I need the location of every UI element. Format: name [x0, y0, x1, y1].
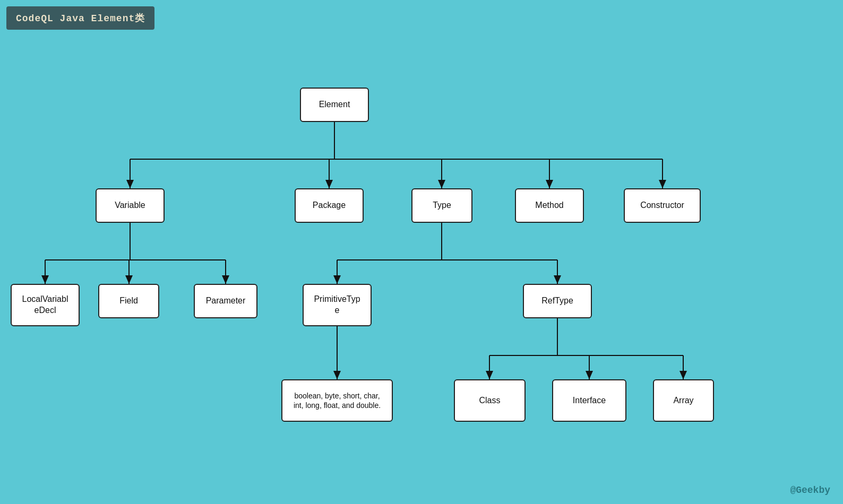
node-local-variable-decl: LocalVariabl eDecl — [11, 284, 80, 326]
node-array: Array — [653, 379, 714, 422]
node-type: Type — [411, 188, 472, 223]
tree-diagram: Element Variable Package Type Method Con… — [0, 0, 843, 504]
node-field: Field — [98, 284, 159, 318]
connector-lines — [0, 0, 843, 504]
node-class: Class — [454, 379, 526, 422]
node-variable: Variable — [96, 188, 165, 223]
node-parameter: Parameter — [194, 284, 257, 318]
node-primitive-type: PrimitiveTyp e — [303, 284, 372, 326]
watermark: @Geekby — [790, 485, 830, 496]
node-constructor: Constructor — [624, 188, 701, 223]
node-method: Method — [515, 188, 584, 223]
node-element: Element — [300, 88, 369, 122]
node-interface: Interface — [552, 379, 626, 422]
node-primitive-values: boolean, byte, short, char, int, long, f… — [281, 379, 393, 422]
node-ref-type: RefType — [523, 284, 592, 318]
node-package: Package — [295, 188, 364, 223]
